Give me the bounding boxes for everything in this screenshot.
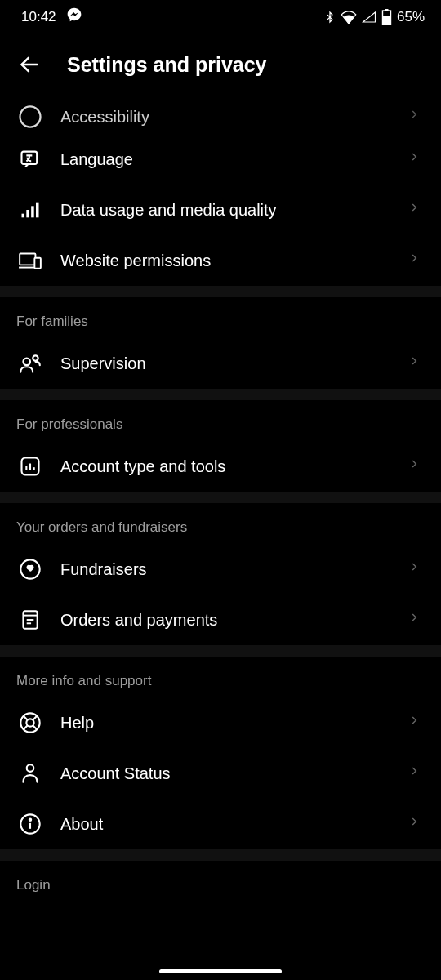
item-label: Website permissions: [60, 252, 390, 270]
chevron-right-icon: [408, 612, 425, 628]
item-label: Accessibility: [60, 108, 390, 127]
settings-item-language[interactable]: Language: [0, 134, 441, 185]
settings-item-orders-payments[interactable]: Orders and payments: [0, 595, 441, 645]
settings-item-help[interactable]: Help: [0, 697, 441, 748]
chevron-right-icon: [408, 252, 425, 269]
messenger-icon: [66, 7, 82, 27]
bluetooth-icon: [324, 10, 336, 24]
item-label: Orders and payments: [60, 611, 390, 630]
section-header-login: Login: [0, 861, 441, 902]
item-label: Fundraisers: [60, 560, 390, 579]
settings-item-account-type[interactable]: Account type and tools: [0, 441, 441, 492]
svg-point-24: [26, 719, 33, 726]
settings-item-accessibility[interactable]: Accessibility: [0, 105, 441, 134]
svg-rect-7: [26, 210, 29, 217]
svg-rect-2: [382, 16, 390, 24]
wifi-icon: [341, 11, 357, 24]
back-button[interactable]: [16, 51, 42, 78]
battery-icon: [381, 9, 392, 25]
chevron-right-icon: [408, 765, 425, 782]
chevron-right-icon: [408, 816, 425, 832]
svg-rect-10: [20, 253, 35, 265]
section-header-support: More info and support: [0, 657, 441, 697]
section-header-orders: Your orders and fundraisers: [0, 503, 441, 544]
svg-point-32: [29, 819, 31, 821]
accessibility-icon: [18, 105, 42, 129]
svg-point-4: [20, 107, 41, 127]
settings-item-supervision[interactable]: Supervision: [0, 338, 441, 389]
section-divider: [0, 645, 441, 657]
svg-point-29: [27, 764, 34, 772]
section-divider: [0, 389, 441, 400]
chevron-right-icon: [408, 355, 425, 372]
item-label: Account type and tools: [60, 457, 390, 476]
settings-item-fundraisers[interactable]: Fundraisers: [0, 544, 441, 595]
info-icon: [18, 812, 42, 836]
chart-box-icon: [18, 454, 42, 479]
section-divider: [0, 492, 441, 503]
navigation-bar-indicator: [159, 969, 282, 973]
language-icon: [18, 147, 42, 172]
fundraisers-icon: [18, 557, 42, 581]
svg-line-27: [24, 726, 28, 730]
chevron-right-icon: [408, 715, 425, 731]
section-divider: [0, 849, 441, 861]
person-icon: [18, 761, 42, 786]
item-label: About: [60, 815, 390, 834]
section-divider: [0, 286, 441, 297]
settings-item-about[interactable]: About: [0, 799, 441, 849]
supervision-icon: [18, 351, 42, 376]
settings-item-website-permissions[interactable]: Website permissions: [0, 235, 441, 286]
devices-icon: [18, 248, 42, 273]
item-label: Help: [60, 714, 390, 733]
signal-icon: [362, 11, 376, 24]
chevron-right-icon: [408, 109, 425, 125]
svg-rect-9: [36, 203, 39, 218]
section-header-professionals: For professionals: [0, 400, 441, 441]
svg-point-13: [23, 359, 30, 366]
status-bar: 10:42 65%: [0, 0, 441, 30]
header: Settings and privacy: [0, 30, 441, 94]
svg-point-23: [20, 713, 39, 732]
svg-rect-6: [22, 214, 25, 218]
item-label: Account Status: [60, 764, 390, 783]
svg-line-25: [24, 716, 28, 720]
cellular-bars-icon: [18, 198, 42, 222]
page-title: Settings and privacy: [67, 53, 267, 77]
chevron-right-icon: [408, 202, 425, 218]
svg-rect-8: [31, 206, 33, 217]
item-label: Language: [60, 150, 390, 169]
section-header-families: For families: [0, 297, 441, 338]
svg-line-28: [33, 726, 38, 730]
settings-item-account-status[interactable]: Account Status: [0, 748, 441, 799]
chevron-right-icon: [408, 458, 425, 474]
receipt-icon: [18, 608, 42, 632]
svg-line-26: [33, 716, 38, 720]
status-time: 10:42: [21, 9, 56, 25]
settings-list[interactable]: Accessibility Language Data usage and me…: [0, 105, 441, 980]
help-icon: [18, 710, 42, 735]
item-label: Supervision: [60, 354, 390, 373]
item-label: Data usage and media quality: [60, 201, 390, 220]
chevron-right-icon: [408, 561, 425, 577]
settings-item-data-usage[interactable]: Data usage and media quality: [0, 185, 441, 235]
svg-point-14: [33, 355, 38, 360]
status-battery-pct: 65%: [397, 9, 425, 25]
svg-rect-12: [34, 258, 41, 269]
chevron-right-icon: [408, 151, 425, 167]
